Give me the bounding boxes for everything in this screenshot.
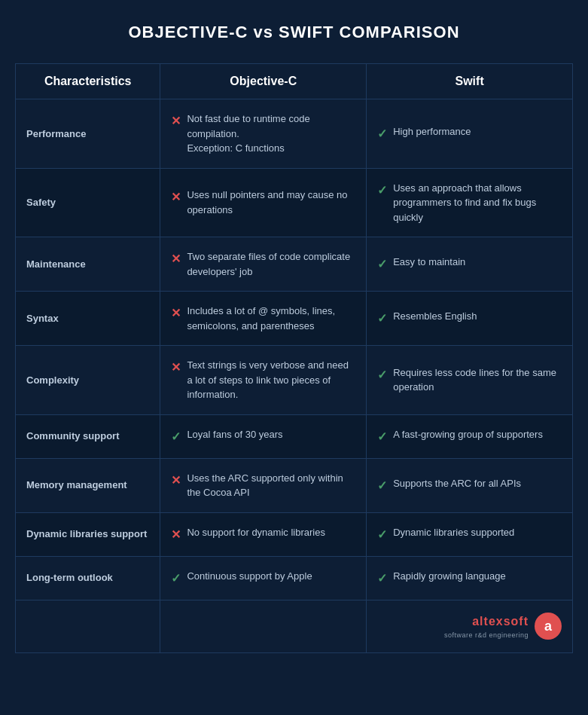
objc-cell-3: ✕Includes a lot of @ symbols, lines, sem… — [160, 292, 367, 346]
footer-logo-cell: altexsoft software r&d engineering a — [367, 600, 573, 653]
objc-text-6: Uses the ARC supported only within the C… — [187, 471, 355, 500]
char-cell-8: Long-term outlook — [16, 556, 160, 600]
check-icon: ✓ — [377, 428, 387, 446]
swift-cell-0: ✓High performance — [367, 99, 573, 169]
char-cell-2: Maintenance — [16, 237, 160, 292]
objc-text-4: Text strings is very verbose and need a … — [187, 358, 355, 402]
table-row: Performance✕Not fast due to runtime code… — [16, 99, 573, 169]
char-cell-4: Complexity — [16, 346, 160, 415]
check-icon: ✓ — [377, 125, 387, 143]
swift-cell-8: ✓Rapidly growing language — [367, 556, 573, 600]
logo-name: altexsoft — [472, 615, 529, 628]
objc-text-3: Includes a lot of @ symbols, lines, semi… — [187, 304, 355, 333]
char-cell-7: Dynamic libraries support — [16, 512, 160, 556]
table-row: Syntax✕Includes a lot of @ symbols, line… — [16, 292, 573, 346]
swift-cell-4: ✓Requires less code lines for the same o… — [367, 346, 573, 415]
header-characteristics: Characteristics — [16, 64, 160, 99]
swift-cell-5: ✓A fast-growing group of supporters — [367, 414, 573, 458]
swift-text-4: Requires less code lines for the same op… — [393, 365, 562, 395]
footer-empty-2 — [160, 600, 367, 653]
x-icon: ✕ — [171, 188, 181, 206]
objc-text-0: Not fast due to runtime code compilation… — [187, 112, 355, 156]
objc-cell-0: ✕Not fast due to runtime code compilatio… — [160, 99, 367, 169]
swift-cell-1: ✓Uses an approach that allows programmer… — [367, 168, 573, 237]
table-row: Memory management✕Uses the ARC supported… — [16, 458, 573, 512]
table-row: Dynamic libraries support✕No support for… — [16, 512, 573, 556]
char-cell-5: Community support — [16, 414, 160, 458]
swift-cell-2: ✓Easy to maintain — [367, 237, 573, 292]
objc-cell-7: ✕No support for dynamic libraries — [160, 512, 367, 556]
check-icon: ✓ — [377, 526, 387, 544]
char-cell-6: Memory management — [16, 458, 160, 512]
x-icon: ✕ — [171, 112, 181, 130]
check-icon: ✓ — [377, 570, 387, 588]
char-cell-3: Syntax — [16, 292, 160, 346]
swift-text-2: Easy to maintain — [393, 255, 465, 270]
check-icon: ✓ — [377, 182, 387, 200]
check-icon: ✓ — [377, 310, 387, 328]
char-cell-1: Safety — [16, 168, 160, 237]
comparison-table: Characteristics Objective-C Swift Perfor… — [15, 63, 573, 653]
swift-text-6: Supports the ARC for all APIs — [393, 476, 521, 491]
header-swift: Swift — [367, 64, 573, 99]
char-cell-0: Performance — [16, 99, 160, 169]
table-row: Maintenance✕Two separate files of code c… — [16, 237, 573, 292]
x-icon: ✕ — [171, 304, 181, 322]
objc-text-1: Uses null pointers and may cause no oper… — [187, 188, 355, 217]
page-wrapper: OBJECTIVE-C vs SWIFT COMPARISON Characte… — [0, 0, 588, 715]
header-objc: Objective-C — [160, 64, 367, 99]
objc-cell-4: ✕Text strings is very verbose and need a… — [160, 346, 367, 415]
check-icon: ✓ — [377, 366, 387, 384]
logo-icon: a — [535, 613, 562, 640]
objc-cell-2: ✕Two separate files of code complicate d… — [160, 237, 367, 292]
x-icon: ✕ — [171, 526, 181, 544]
swift-cell-7: ✓Dynamic libraries supported — [367, 512, 573, 556]
swift-cell-3: ✓Resembles English — [367, 292, 573, 346]
check-icon: ✓ — [377, 255, 387, 273]
footer-row: altexsoft software r&d engineering a — [16, 600, 573, 653]
page-title: OBJECTIVE-C vs SWIFT COMPARISON — [15, 23, 573, 42]
objc-text-2: Two separate files of code complicate de… — [187, 249, 355, 279]
table-header: Characteristics Objective-C Swift — [16, 64, 573, 99]
objc-text-8: Continuous support by Apple — [187, 569, 312, 584]
swift-cell-6: ✓Supports the ARC for all APIs — [367, 458, 573, 512]
swift-text-1: Uses an approach that allows programmers… — [393, 181, 562, 225]
x-icon: ✕ — [171, 359, 181, 377]
objc-cell-5: ✓Loyal fans of 30 years — [160, 414, 367, 458]
logo-letter: a — [544, 616, 552, 637]
logo-wrapper: altexsoft software r&d engineering a — [377, 613, 562, 641]
check-icon: ✓ — [171, 570, 181, 588]
table-row: Complexity✕Text strings is very verbose … — [16, 346, 573, 415]
check-icon: ✓ — [377, 477, 387, 495]
footer-empty-1 — [16, 600, 160, 653]
objc-text-7: No support for dynamic libraries — [187, 525, 325, 540]
swift-text-8: Rapidly growing language — [393, 569, 506, 584]
objc-cell-1: ✕Uses null pointers and may cause no ope… — [160, 168, 367, 237]
table-row: Safety✕Uses null pointers and may cause … — [16, 168, 573, 237]
swift-text-7: Dynamic libraries supported — [393, 525, 514, 540]
x-icon: ✕ — [171, 472, 181, 490]
objc-text-5: Loyal fans of 30 years — [187, 427, 282, 442]
swift-text-0: High performance — [393, 124, 471, 139]
objc-cell-6: ✕Uses the ARC supported only within the … — [160, 458, 367, 512]
swift-text-3: Resembles English — [393, 309, 477, 324]
table-row: Community support✓Loyal fans of 30 years… — [16, 414, 573, 458]
table-row: Long-term outlook✓Continuous support by … — [16, 556, 573, 600]
objc-cell-8: ✓Continuous support by Apple — [160, 556, 367, 600]
x-icon: ✕ — [171, 250, 181, 268]
logo-sub: software r&d engineering — [444, 631, 529, 641]
swift-text-5: A fast-growing group of supporters — [393, 427, 543, 442]
check-icon: ✓ — [171, 428, 181, 446]
